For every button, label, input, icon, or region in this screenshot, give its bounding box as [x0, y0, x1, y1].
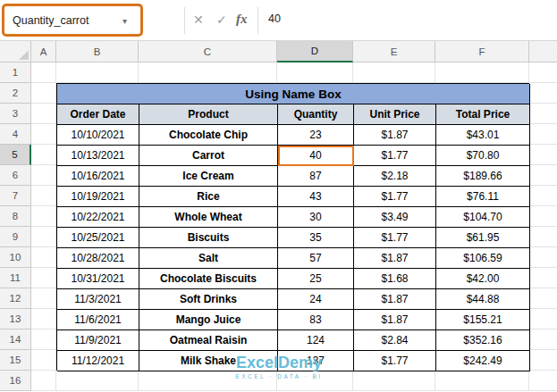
grid-cell-A1[interactable] [31, 63, 56, 83]
grid-cell-A16[interactable] [31, 371, 56, 391]
row-header-4[interactable]: 4 [0, 124, 31, 145]
column-header-D[interactable]: D [277, 41, 353, 63]
cell-F6[interactable]: $189.66 [436, 166, 530, 187]
cell-D5[interactable]: 40 [278, 146, 354, 166]
grid-cell-G6[interactable] [529, 165, 557, 186]
grid-cell-A4[interactable] [31, 124, 56, 145]
cell-E13[interactable]: $1.87 [354, 310, 436, 330]
table-title[interactable]: Using Name Box [57, 84, 530, 104]
row-header-16[interactable]: 16 [0, 371, 31, 391]
name-box-dropdown-icon[interactable]: ▾ [122, 16, 127, 26]
grid-cell-G16[interactable] [529, 371, 557, 391]
cancel-icon[interactable]: ✕ [193, 12, 204, 28]
cell-B13[interactable]: 11/6/2021 [57, 310, 139, 330]
grid-cell-G13[interactable] [529, 309, 557, 329]
grid-cell-G12[interactable] [529, 288, 557, 309]
name-box[interactable]: Quantity_carrot ▾ [5, 8, 134, 33]
grid-cell-A9[interactable] [31, 227, 56, 247]
row-header-10[interactable]: 10 [0, 247, 31, 268]
grid-cell-G4[interactable] [529, 124, 557, 145]
cell-E7[interactable]: $1.77 [354, 187, 436, 207]
cell-F15[interactable]: $242.49 [436, 351, 530, 371]
cell-C15[interactable]: Milk Shake [139, 351, 278, 371]
cell-D6[interactable]: 87 [278, 166, 354, 187]
grid-cell-B16[interactable] [56, 371, 139, 391]
row-header-14[interactable]: 14 [0, 329, 31, 350]
grid-cell-A11[interactable] [31, 268, 56, 288]
cell-B10[interactable]: 10/28/2021 [57, 248, 139, 269]
row-header-5[interactable]: 5 [0, 145, 31, 165]
cell-F7[interactable]: $76.11 [436, 187, 530, 207]
cell-C8[interactable]: Whole Wheat [139, 207, 278, 228]
column-header-G[interactable]: G [529, 41, 557, 63]
grid-cell-G10[interactable] [529, 247, 557, 268]
cell-B15[interactable]: 11/12/2021 [57, 351, 139, 371]
cell-E6[interactable]: $2.18 [354, 166, 436, 187]
cell-B14[interactable]: 11/9/2021 [57, 330, 139, 351]
cell-D12[interactable]: 24 [278, 289, 354, 310]
grid-cell-C16[interactable] [139, 371, 277, 391]
cell-E10[interactable]: $1.87 [354, 248, 436, 269]
grid-cell-C1[interactable] [139, 63, 277, 83]
row-header-12[interactable]: 12 [0, 288, 31, 309]
grid-cell-D16[interactable] [277, 371, 353, 391]
row-header-6[interactable]: 6 [0, 165, 31, 186]
cell-E12[interactable]: $1.87 [354, 289, 436, 310]
table-header-quantity[interactable]: Quantity [278, 104, 354, 125]
cell-B5[interactable]: 10/13/2021 [57, 146, 139, 166]
select-all-button[interactable] [0, 41, 31, 63]
grid-cell-A7[interactable] [31, 186, 56, 206]
cell-B12[interactable]: 11/3/2021 [57, 289, 139, 310]
row-header-2[interactable]: 2 [0, 83, 31, 104]
grid-cell-E16[interactable] [353, 371, 435, 391]
grid-cell-A5[interactable] [31, 145, 56, 165]
grid-cell-G7[interactable] [529, 186, 557, 206]
cell-D15[interactable]: 137 [278, 351, 354, 371]
table-header-order-date[interactable]: Order Date [57, 104, 139, 125]
cell-C6[interactable]: Ice Cream [139, 166, 278, 187]
cell-E15[interactable]: $1.77 [354, 351, 436, 371]
grid-cell-F1[interactable] [435, 63, 529, 83]
row-header-1[interactable]: 1 [0, 63, 31, 83]
cell-E8[interactable]: $3.49 [354, 207, 436, 228]
cell-D14[interactable]: 124 [278, 330, 354, 351]
cell-D7[interactable]: 43 [278, 187, 354, 207]
cell-B4[interactable]: 10/10/2021 [57, 125, 139, 146]
cell-B11[interactable]: 10/31/2021 [57, 269, 139, 289]
cell-F13[interactable]: $155.21 [436, 310, 530, 330]
cell-F12[interactable]: $44.88 [436, 289, 530, 310]
grid-cell-G3[interactable] [529, 104, 557, 124]
cell-D8[interactable]: 30 [278, 207, 354, 228]
insert-function-icon[interactable]: fx [236, 11, 248, 27]
enter-icon[interactable]: ✓ [216, 12, 227, 28]
grid-cell-A15[interactable] [31, 350, 56, 371]
table-header-total-price[interactable]: Total Price [436, 104, 530, 125]
cell-D11[interactable]: 25 [278, 269, 354, 289]
cell-F14[interactable]: $352.16 [436, 330, 530, 351]
grid-cell-F16[interactable] [435, 371, 529, 391]
row-header-9[interactable]: 9 [0, 227, 31, 247]
grid-cell-G15[interactable] [529, 350, 557, 371]
table-header-unit-price[interactable]: Unit Price [354, 104, 436, 125]
cell-B8[interactable]: 10/22/2021 [57, 207, 139, 228]
row-header-15[interactable]: 15 [0, 350, 31, 371]
cell-F8[interactable]: $104.70 [436, 207, 530, 228]
table-header-product[interactable]: Product [139, 104, 278, 125]
grid-cell-E1[interactable] [353, 63, 435, 83]
cell-C9[interactable]: Biscuits [139, 228, 278, 248]
cell-C7[interactable]: Rice [139, 187, 278, 207]
cell-C13[interactable]: Mango Juice [139, 310, 278, 330]
cell-B7[interactable]: 10/19/2021 [57, 187, 139, 207]
grid-cell-G5[interactable] [529, 145, 557, 165]
cell-D10[interactable]: 57 [278, 248, 354, 269]
cell-C4[interactable]: Chocolate Chip [139, 125, 278, 146]
cell-C14[interactable]: Oatmeal Raisin [139, 330, 278, 351]
cell-B9[interactable]: 10/25/2021 [57, 228, 139, 248]
cell-C12[interactable]: Soft Drinks [139, 289, 278, 310]
cell-D13[interactable]: 83 [278, 310, 354, 330]
cell-E14[interactable]: $2.84 [354, 330, 436, 351]
grid-cell-A14[interactable] [31, 329, 56, 350]
cell-E5[interactable]: $1.77 [354, 146, 436, 166]
cell-B6[interactable]: 10/16/2021 [57, 166, 139, 187]
cell-D4[interactable]: 23 [278, 125, 354, 146]
